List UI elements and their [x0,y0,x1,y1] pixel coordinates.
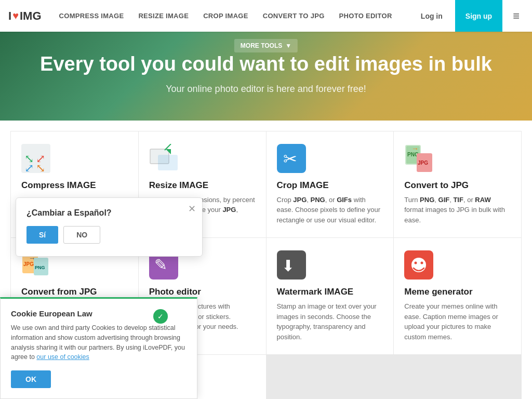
login-button[interactable]: Log in [413,8,451,24]
watermark-icon: ⬇ [277,250,306,280]
compress-title: Compress IMAGE [21,180,128,191]
nav-crop[interactable]: CROP IMAGE [196,0,256,32]
language-popup-close[interactable]: ✕ [188,204,196,214]
svg-rect-6 [158,155,177,170]
tool-meme[interactable]: Meme generator Create your memes online … [394,238,521,354]
convert-from-title: Convert from JPG [21,287,128,297]
header: I ♥ IMG COMPRESS IMAGE RESIZE IMAGE CROP… [0,0,532,32]
svg-text:⤡: ⤡ [36,162,45,173]
main-nav: COMPRESS IMAGE RESIZE IMAGE CROP IMAGE C… [52,0,413,32]
nav-compress[interactable]: COMPRESS IMAGE [52,0,131,32]
more-tools-label: MORE TOOLS [241,42,282,49]
hero-headline: Every tool you could want to edit images… [10,52,522,76]
language-no-button[interactable]: NO [63,226,100,244]
svg-text:⤢: ⤢ [24,162,34,173]
hero-section: MORE TOOLS ▼ Every tool you could want t… [0,32,532,121]
svg-text:✂: ✂ [283,150,297,168]
logo[interactable]: I ♥ IMG [8,9,42,23]
svg-text:⬇: ⬇ [282,257,295,274]
compress-icon: ⤡ ⤢ ⤢ ⤡ [21,144,50,173]
logo-heart-icon: ♥ [12,10,19,22]
tool-watermark[interactable]: ⬇ Watermark IMAGE Stamp an image or text… [267,238,394,354]
watermark-title: Watermark IMAGE [277,287,383,297]
watermark-desc: Stamp an image or text over your images … [277,301,383,342]
language-popup-title: ¿Cambiar a Español? [26,208,192,218]
meme-title: Meme generator [404,287,511,297]
svg-text:✎: ✎ [154,256,167,273]
meme-icon [404,250,433,280]
cookie-check-icon: ✓ [153,309,168,324]
crop-title: Crop IMAGE [277,180,383,191]
nav-resize[interactable]: RESIZE IMAGE [131,0,196,32]
header-actions: Log in Sign up ≡ [413,0,524,32]
resize-icon [149,144,178,173]
more-tools-button[interactable]: MORE TOOLS ▼ [234,39,298,52]
resize-title: Resize IMAGE [149,180,256,191]
menu-button[interactable]: ≡ [509,5,524,27]
svg-text:JPG: JPG [418,160,428,166]
more-tools-arrow-icon: ▼ [285,42,291,49]
nav-convert[interactable]: CONVERT TO JPG [256,0,332,32]
svg-text:→: → [411,144,419,153]
crop-icon: ✂ [277,144,306,173]
photo-editor-title: Photo editor [149,287,256,297]
cookie-ok-button[interactable]: OK [11,370,51,388]
logo-img: IMG [20,9,42,23]
cookie-link[interactable]: our use of cookies [36,353,89,361]
crop-desc: Crop JPG, PNG, or GIFs with ease. Choose… [277,195,383,225]
language-popup: ¿Cambiar a Español? Sí NO ✕ [16,197,203,257]
language-yes-button[interactable]: Sí [26,226,58,244]
convert-jpg-title: Convert to JPG [404,180,511,191]
nav-photo-editor[interactable]: PHOTO EDITOR [332,0,400,32]
cookie-popup: ✓ Cookie European Law We use own and thi… [0,297,197,399]
tool-crop[interactable]: ✂ Crop IMAGE Crop JPG, PNG, or GIFs with… [267,131,394,238]
svg-text:PNG: PNG [35,265,45,270]
language-buttons: Sí NO [26,226,192,244]
convert-jpg-icon: PNG JPG → [404,144,433,173]
tool-convert-jpg[interactable]: PNG JPG → Convert to JPG Turn PNG, GIF, … [394,131,521,238]
svg-point-29 [421,262,423,264]
svg-point-28 [415,262,417,264]
signup-button[interactable]: Sign up [455,0,502,32]
convert-jpg-desc: Turn PNG, GIF, TIF, or RAW format images… [404,195,511,225]
hero-subheadline: Your online photo editor is here and for… [10,84,522,95]
logo-i: I [8,9,11,23]
meme-desc: Create your memes online with ease. Capt… [404,301,511,342]
cookie-popup-text: We use own and third party Cookies to de… [11,323,187,362]
